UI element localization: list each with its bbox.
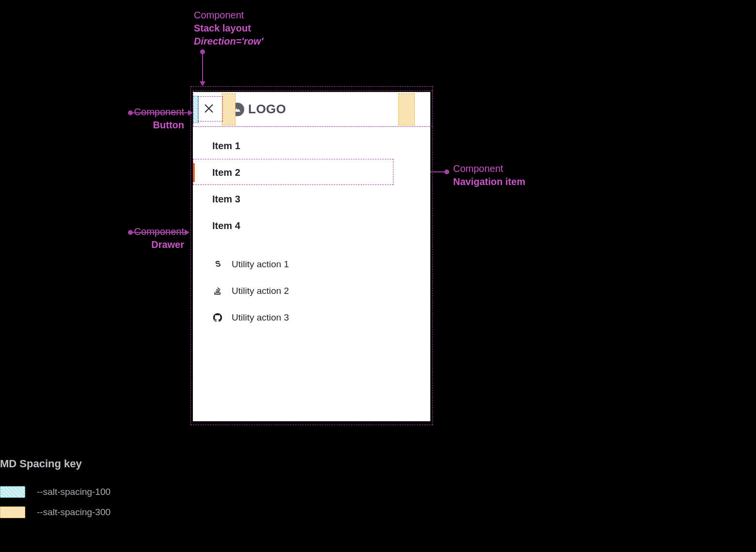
nav-item-label: Item 2 — [212, 167, 240, 178]
utility-list: Utility action 1 Utility action 2 — [193, 239, 430, 331]
nav-list: Item 1 Item 2 Item 3 Item 4 Utility a — [193, 127, 430, 331]
callout-subtitle: Direction='row' — [194, 35, 263, 48]
spacing-100-highlight — [193, 96, 199, 123]
callout-navigation-item: Component Navigation item — [453, 162, 525, 188]
nav-item-label: Item 1 — [212, 140, 240, 152]
legend-row-label: --salt-spacing-300 — [37, 507, 110, 518]
callout-drawer: Component Drawer — [134, 225, 184, 251]
utility-item-label: Utility action 3 — [232, 312, 289, 323]
logo-text: LOGO — [248, 102, 286, 117]
swatch-spacing-100 — [0, 486, 25, 498]
callout-label: Component — [194, 9, 263, 22]
close-icon — [203, 103, 215, 116]
github-icon — [212, 312, 223, 323]
drawer: LOGO Item 1 Item 2 Item 3 Item 4 — [193, 92, 430, 421]
callout-title: Navigation item — [453, 175, 525, 188]
utility-item[interactable]: Utility action 1 — [193, 251, 430, 277]
callout-button: Component Button — [134, 106, 184, 132]
utility-item-label: Utility action 1 — [232, 259, 289, 270]
utility-item[interactable]: Utility action 3 — [193, 304, 430, 331]
stackoverflow-icon — [212, 286, 223, 296]
spacing-300-highlight — [222, 93, 236, 125]
close-button[interactable] — [198, 98, 220, 121]
callout-title: Drawer — [134, 238, 184, 251]
logo: LOGO — [231, 102, 286, 117]
symbol-icon — [212, 259, 223, 270]
nav-item[interactable]: Item 3 — [193, 186, 430, 213]
callout-title: Stack layout — [194, 22, 263, 35]
nav-item[interactable]: Item 2 — [193, 159, 430, 186]
utility-item[interactable]: Utility action 2 — [193, 277, 430, 304]
spacing-300-highlight — [398, 93, 415, 125]
legend-row: --salt-spacing-100 — [0, 482, 110, 502]
utility-item-label: Utility action 2 — [232, 286, 289, 296]
nav-item-label: Item 4 — [212, 220, 240, 231]
callout-title: Button — [134, 119, 184, 132]
nav-item-label: Item 3 — [212, 194, 240, 205]
nav-item[interactable]: Item 1 — [193, 133, 430, 159]
callout-label: Component — [453, 162, 525, 175]
swatch-spacing-300 — [0, 506, 25, 518]
legend-row-label: --salt-spacing-100 — [37, 487, 110, 497]
legend-title: MD Spacing key — [0, 458, 110, 470]
callout-stack-layout: Component Stack layout Direction='row' — [194, 9, 263, 48]
legend-row: --salt-spacing-300 — [0, 502, 110, 522]
nav-item[interactable]: Item 4 — [193, 213, 430, 239]
spacing-legend: MD Spacing key --salt-spacing-100 --salt… — [0, 458, 110, 522]
drawer-header: LOGO — [193, 92, 430, 127]
